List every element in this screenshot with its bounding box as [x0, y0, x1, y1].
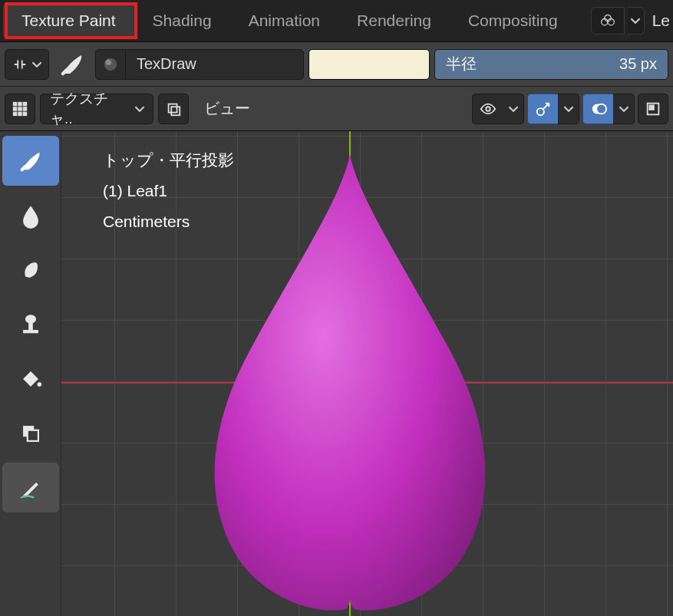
region-toggle-button[interactable] [638, 94, 668, 124]
overlay-units: Centimeters [103, 206, 234, 237]
chevron-down-icon [31, 59, 42, 70]
svg-rect-27 [28, 430, 38, 440]
paint-mode-dropdown[interactable] [5, 49, 49, 80]
copy-icon [165, 100, 182, 117]
pencil-icon [18, 475, 44, 501]
svg-rect-5 [13, 101, 18, 106]
overlay-icon [590, 100, 607, 117]
svg-rect-11 [13, 111, 18, 116]
tool-fill[interactable] [2, 354, 59, 404]
scene-icon [600, 13, 615, 28]
brush-radius-field[interactable]: 半径 35 px [434, 49, 668, 80]
visibility-dropdown[interactable] [503, 94, 524, 124]
editor-header: テクスチャ.. ビュー [0, 87, 673, 131]
smear-icon [18, 257, 44, 283]
workspace-tabs: Texture Paint Shading Animation Renderin… [0, 0, 673, 42]
tool-smear[interactable] [2, 245, 59, 295]
brush-name-field[interactable]: TexDraw [126, 49, 304, 80]
brush-preview-icon[interactable] [54, 46, 91, 83]
main-area: トップ・平行投影 (1) Leaf1 Centimeters [0, 131, 673, 616]
bucket-icon [18, 366, 44, 392]
stamp-icon [18, 311, 44, 338]
radius-label: 半径 [446, 54, 477, 74]
interaction-mode-dropdown[interactable]: テクスチャ.. [40, 94, 153, 124]
overlay-dropdown[interactable] [613, 94, 635, 124]
svg-rect-13 [23, 111, 27, 116]
chevron-down-icon [563, 104, 574, 114]
chevron-down-icon [630, 15, 641, 26]
paint-color-swatch[interactable] [308, 49, 430, 80]
editor-type-button[interactable] [5, 94, 35, 124]
tool-settings-bar: TexDraw 半径 35 px [0, 42, 673, 87]
visibility-button[interactable] [472, 94, 503, 124]
tab-texture-paint[interactable]: Texture Paint [3, 4, 134, 38]
overlay-projection: トップ・平行投影 [103, 145, 234, 176]
scene-selector[interactable] [591, 7, 625, 35]
svg-rect-21 [649, 105, 654, 110]
brush-icon [18, 148, 44, 174]
svg-rect-14 [169, 104, 177, 112]
copy-button[interactable] [158, 94, 189, 124]
scene-selector-chevron[interactable] [628, 7, 645, 35]
tab-shading[interactable]: Shading [134, 4, 230, 38]
svg-rect-9 [18, 107, 22, 111]
svg-point-17 [536, 108, 543, 115]
grid-icon [12, 100, 28, 117]
svg-rect-22 [23, 330, 38, 333]
svg-point-19 [596, 104, 606, 114]
overlay-button[interactable] [582, 94, 613, 124]
eye-icon [480, 100, 497, 117]
tab-compositing[interactable]: Compositing [450, 4, 576, 38]
droplet-icon [18, 203, 44, 229]
svg-rect-10 [23, 107, 27, 111]
svg-rect-6 [18, 101, 22, 106]
viewport-3d[interactable]: トップ・平行投影 (1) Leaf1 Centimeters [61, 131, 673, 616]
scene-name-truncated: Le [652, 12, 670, 30]
svg-point-25 [38, 382, 42, 387]
gizmo-icon [535, 100, 552, 117]
mode-label: テクスチャ.. [50, 89, 127, 129]
chevron-down-icon [508, 104, 519, 114]
tool-soften[interactable] [2, 190, 59, 240]
tool-annotate[interactable] [2, 463, 59, 512]
svg-point-24 [25, 315, 36, 323]
svg-rect-7 [23, 101, 27, 106]
svg-rect-8 [13, 107, 18, 111]
tab-animation[interactable]: Animation [230, 4, 338, 38]
tool-mask[interactable] [2, 408, 59, 458]
viewport-overlay-text: トップ・平行投影 (1) Leaf1 Centimeters [103, 145, 234, 237]
mask-icon [18, 420, 44, 446]
svg-rect-15 [171, 107, 180, 115]
svg-point-3 [104, 58, 117, 71]
svg-point-4 [106, 59, 111, 64]
gizmo-dropdown[interactable] [558, 94, 579, 124]
svg-rect-12 [18, 111, 22, 116]
tool-draw[interactable] [2, 136, 59, 186]
axis-x-line [61, 382, 673, 384]
sphere-icon [102, 56, 119, 73]
svg-point-16 [486, 107, 490, 111]
chevron-down-icon [619, 104, 629, 114]
slot-icon [12, 56, 28, 73]
chevron-down-icon [134, 104, 145, 114]
brush-datablock-icon[interactable] [95, 49, 126, 80]
tab-rendering[interactable]: Rendering [338, 4, 450, 38]
overlay-object-name: (1) Leaf1 [103, 176, 234, 206]
gizmo-button[interactable] [527, 94, 558, 124]
tool-clone[interactable] [2, 299, 59, 349]
svg-rect-23 [28, 322, 33, 330]
radius-value: 35 px [619, 55, 657, 73]
region-icon [645, 100, 661, 117]
tool-column [0, 131, 61, 616]
menu-view[interactable]: ビュー [193, 94, 261, 124]
axis-y-line [349, 131, 351, 616]
